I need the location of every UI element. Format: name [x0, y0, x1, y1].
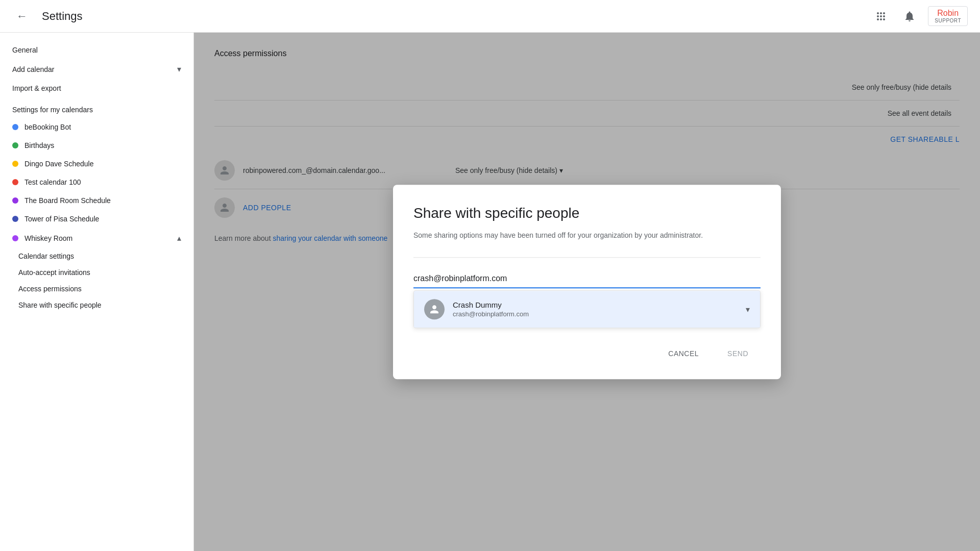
robin-sub: SUPPORT [935, 18, 961, 23]
content-area: Access permissions See only free/busy (h… [194, 33, 980, 551]
suggestion-right: ▾ [746, 305, 750, 314]
bebooking-label: beBooking Bot [24, 123, 71, 131]
sidebar-item-board-room[interactable]: The Board Room Schedule [0, 191, 193, 210]
chevron-down-icon: ▾ [177, 64, 181, 74]
sidebar-item-tower-pisa[interactable]: Tower of Pisa Schedule [0, 210, 193, 228]
suggestion-info: Crash Dummy crash@robinplatform.com [453, 301, 529, 318]
sidebar-sub-auto-accept[interactable]: Auto-accept invitations [0, 264, 193, 281]
sidebar-sub-calendar-settings[interactable]: Calendar settings [0, 248, 193, 264]
modal-subtitle: Some sharing options may have been turne… [413, 230, 761, 241]
dot-indigo-icon [12, 216, 18, 222]
suggestion-email: crash@robinplatform.com [453, 311, 529, 318]
chevron-down-icon: ▾ [746, 305, 750, 314]
email-input[interactable] [413, 270, 761, 289]
share-modal: Share with specific people Some sharing … [393, 185, 781, 379]
sidebar-item-test-calendar[interactable]: Test calendar 100 [0, 173, 193, 191]
suggestion-dropdown: Crash Dummy crash@robinplatform.com ▾ [413, 291, 761, 329]
dot-green-icon [12, 142, 18, 148]
sidebar-item-dingo-dave[interactable]: Dingo Dave Schedule [0, 155, 193, 173]
general-label: General [12, 46, 38, 54]
modal-actions: CANCEL SEND [413, 345, 761, 363]
sidebar-item-whiskey-room[interactable]: Whiskey Room ▴ [0, 228, 193, 248]
email-input-container: Crash Dummy crash@robinplatform.com ▾ [413, 270, 761, 329]
sidebar-item-import-export[interactable]: Import & export [0, 79, 193, 97]
sidebar-item-bebooking[interactable]: beBooking Bot [0, 118, 193, 136]
whiskey-room-left: Whiskey Room [12, 234, 72, 242]
sidebar-sub-access-permissions[interactable]: Access permissions [0, 281, 193, 297]
cancel-button[interactable]: CANCEL [656, 345, 711, 363]
dot-purple-icon [12, 197, 18, 204]
add-calendar-label: Add calendar [12, 65, 55, 73]
dot-red-icon [12, 179, 18, 185]
suggestion-avatar [424, 299, 445, 320]
back-button[interactable]: ← [12, 6, 32, 27]
test-calendar-label: Test calendar 100 [24, 178, 81, 186]
chevron-up-icon: ▴ [177, 233, 181, 243]
suggestion-item-crash-dummy[interactable]: Crash Dummy crash@robinplatform.com ▾ [414, 291, 760, 328]
suggestion-name: Crash Dummy [453, 301, 529, 310]
dot-yellow-icon [12, 161, 18, 167]
send-button[interactable]: SEND [715, 345, 761, 363]
modal-divider [413, 258, 761, 258]
main-layout: General Add calendar ▾ Import & export S… [0, 33, 980, 551]
robin-name: Robin [937, 9, 959, 18]
birthdays-label: Birthdays [24, 141, 54, 149]
modal-title: Share with specific people [413, 205, 761, 221]
whiskey-room-label: Whiskey Room [24, 234, 72, 242]
my-calendars-section: Settings for my calendars [0, 97, 193, 118]
dingo-dave-label: Dingo Dave Schedule [24, 160, 93, 168]
page-title: Settings [42, 10, 871, 23]
sidebar-item-add-calendar[interactable]: Add calendar ▾ [0, 59, 193, 79]
dot-lightpurple-icon [12, 235, 18, 241]
sidebar-item-general[interactable]: General [0, 41, 193, 59]
robin-badge[interactable]: Robin SUPPORT [928, 6, 968, 26]
header: ← Settings Robin SUPPORT [0, 0, 980, 33]
sidebar-item-birthdays[interactable]: Birthdays [0, 136, 193, 155]
notifications-icon[interactable] [899, 6, 920, 27]
dot-blue-icon [12, 124, 18, 130]
apps-icon[interactable] [871, 6, 891, 27]
sidebar: General Add calendar ▾ Import & export S… [0, 33, 194, 551]
import-export-label: Import & export [12, 84, 61, 92]
tower-pisa-label: Tower of Pisa Schedule [24, 215, 99, 223]
sidebar-sub-share-people[interactable]: Share with specific people [0, 297, 193, 313]
header-icons: Robin SUPPORT [871, 6, 968, 27]
board-room-label: The Board Room Schedule [24, 196, 111, 205]
